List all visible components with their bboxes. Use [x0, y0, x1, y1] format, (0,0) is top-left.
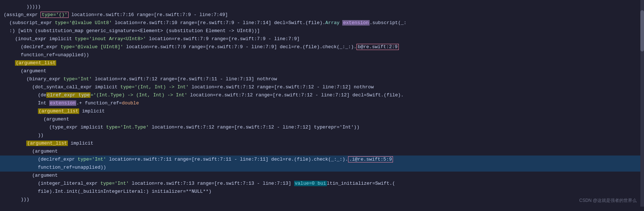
- code-line: ))): [0, 196, 644, 204]
- code-token: type='@lvalue [UInt8]': [61, 44, 123, 50]
- code-token: type='Int': [78, 157, 106, 162]
- code-token: type='inout Array<UInt8>': [75, 36, 146, 42]
- code-token: implicit: [68, 141, 93, 146]
- code-line: (argument: [0, 147, 644, 156]
- code-token: (argument: [32, 173, 58, 178]
- scrollbar-thumb[interactable]: [640, 10, 644, 51]
- code-line: function_ref=unapplied)): [0, 51, 644, 59]
- code-token: location=re.swift:7:10 range=[re.swift:7…: [112, 20, 325, 26]
- code-line: function_ref=unapplied)): [0, 164, 644, 172]
- code-token: (integer_literal_expr: [38, 181, 101, 186]
- code-line-content: function_ref=unapplied)): [4, 164, 640, 172]
- code-line: (type_expr implicit type='Int.Type' loca…: [0, 123, 644, 131]
- code-line-content: (declref_expr type='(Int.Type) -> (Int, …: [4, 91, 640, 99]
- code-token: )): [38, 133, 44, 138]
- code-line-content: (argument: [4, 67, 640, 75]
- code-token: location=re.swift:7:13 range=[re.swift:7…: [129, 181, 294, 186]
- code-line: (declref_expr type='@lvalue [UInt8]' loc…: [0, 43, 644, 51]
- code-token: location=re.swift:7:12 range=[re.swift:7…: [92, 76, 277, 82]
- code-token: location=re.swift:7:11 range=[re.swift:7…: [106, 157, 348, 162]
- code-token: (argument_list: [38, 108, 79, 114]
- code-line: :) [with (substitution_map generic_signa…: [0, 27, 644, 35]
- code-line-content: (binary_expr type='Int' location=re.swif…: [4, 75, 640, 83]
- code-token: file).Int.init(_builtinIntegerLiteral:) …: [38, 189, 212, 194]
- code-line-content: (subscript_expr type='@lvalue UInt8' loc…: [4, 19, 640, 27]
- code-token: implicit: [79, 108, 105, 114]
- code-line: (dot_syntax_call_expr implicit type='(In…: [0, 83, 644, 91]
- scrollbar[interactable]: [640, 0, 644, 207]
- code-token: b@re.swift:2:9: [356, 44, 398, 50]
- code-token: (argument_list: [15, 60, 56, 66]
- code-token: (binary_expr: [26, 76, 63, 82]
- code-token: value=0 bui: [294, 181, 327, 186]
- code-line: (declref_expr type='Int' location=re.swi…: [0, 156, 644, 164]
- code-token: function_ref=unapplied)): [38, 165, 106, 170]
- code-line-content: (argument: [4, 172, 640, 180]
- code-token: ))))): [26, 4, 41, 9]
- code-token: Array: [325, 20, 340, 26]
- code-line-content: (argument_list implicit: [4, 139, 640, 147]
- code-token: (declref_expr: [38, 157, 78, 162]
- code-token: (type_expr implicit: [49, 124, 106, 130]
- code-container: )))))(assign_expr type='()' location=re.…: [0, 0, 644, 207]
- code-token: type='()': [41, 12, 68, 18]
- code-line: (argument: [0, 172, 644, 180]
- code-line: (argument_list: [0, 59, 644, 67]
- code-token: :) [with (substitution_map generic_signa…: [9, 28, 260, 34]
- code-line-content: (argument_list implicit: [4, 107, 640, 115]
- code-token: Int: [38, 100, 49, 106]
- code-token: .subscript(_:: [370, 20, 406, 26]
- code-token: (argument: [43, 116, 69, 122]
- code-line: (assign_expr type='()' location=re.swift…: [0, 11, 644, 19]
- code-line-content: ))): [4, 196, 640, 204]
- code-token: location=re.swift:7:16 range=[re.swift:7…: [69, 12, 228, 18]
- code-line: ))))): [0, 3, 644, 11]
- code-line-content: (declref_expr type='@lvalue [UInt8]' loc…: [4, 43, 640, 51]
- code-token: location=re.swift:7:12 range=[re.swift:7…: [189, 84, 374, 90]
- code-line-content: (inout_expr implicit type='inout Array<U…: [4, 35, 640, 43]
- code-line: (binary_expr type='Int' location=re.swif…: [0, 75, 644, 83]
- code-line-content: Int extension.+ function_ref=double: [4, 99, 640, 107]
- code-token: location=re.swift:7:9 range=[re.swift:7:…: [146, 36, 300, 42]
- code-token: type='@lvalue UInt8': [55, 20, 112, 26]
- code-token: type='Int': [100, 181, 129, 186]
- watermark: CSDN @这就是强者的世界么: [579, 197, 637, 204]
- code-line-content: file).Int.init(_builtinIntegerLiteral:) …: [4, 188, 640, 196]
- code-line: (argument: [0, 115, 644, 123]
- code-token: (subscript_expr: [9, 20, 55, 26]
- code-line-content: (dot_syntax_call_expr implicit type='(In…: [4, 83, 640, 91]
- code-token: double: [122, 100, 139, 106]
- code-token: ))): [21, 197, 29, 202]
- code-line: (declref_expr type='(Int.Type) -> (Int, …: [0, 91, 644, 99]
- code-line-content: (assign_expr type='()' location=re.swift…: [4, 11, 640, 19]
- code-token: .+ function_ref=: [76, 100, 122, 106]
- code-line-content: (argument: [4, 147, 640, 156]
- code-token: function_ref=unapplied)): [21, 52, 89, 58]
- code-token: (assign_expr: [4, 12, 41, 18]
- code-line-content: (declref_expr type='Int' location=re.swi…: [4, 156, 640, 164]
- code-line-content: )): [4, 131, 640, 139]
- code-token: ='(Int.Type) -> (Int, Int) -> Int': [90, 92, 190, 98]
- code-line: )): [0, 131, 644, 139]
- code-line-content: (type_expr implicit type='Int.Type' loca…: [4, 123, 640, 131]
- code-token: (declref_expr: [21, 44, 61, 50]
- code-line-content: :) [with (substitution_map generic_signa…: [4, 27, 640, 35]
- code-line-content: (integer_literal_expr type='Int' locatio…: [4, 180, 640, 188]
- code-token: (argument_list: [26, 141, 68, 146]
- code-token: ltin_initializer=Swift.(: [327, 181, 395, 186]
- code-line: (subscript_expr type='@lvalue UInt8' loc…: [0, 19, 644, 27]
- code-line: (argument: [0, 67, 644, 75]
- code-token: (dot_syntax_call_expr implicit: [32, 84, 120, 90]
- code-token: location=re.swift:7:9 range=[re.swift:7:…: [123, 44, 357, 50]
- code-token: (de: [38, 92, 46, 98]
- code-token: location=re.swift:7:12 range=[re.swift:7…: [190, 92, 404, 98]
- code-token: location=re.swift:7:12 range=[re.swift:7…: [149, 124, 359, 130]
- code-line: Int extension.+ function_ref=double: [0, 99, 644, 107]
- code-line: file).Int.init(_builtinIntegerLiteral:) …: [0, 188, 644, 196]
- code-token: (inout_expr implicit: [15, 36, 75, 42]
- code-token: .i@re.swift:5:9: [348, 156, 393, 162]
- code-line-content: ))))): [4, 3, 640, 11]
- code-token: extension: [49, 100, 76, 106]
- code-line: (argument_list implicit: [0, 107, 644, 115]
- code-lines: )))))(assign_expr type='()' location=re.…: [0, 3, 644, 204]
